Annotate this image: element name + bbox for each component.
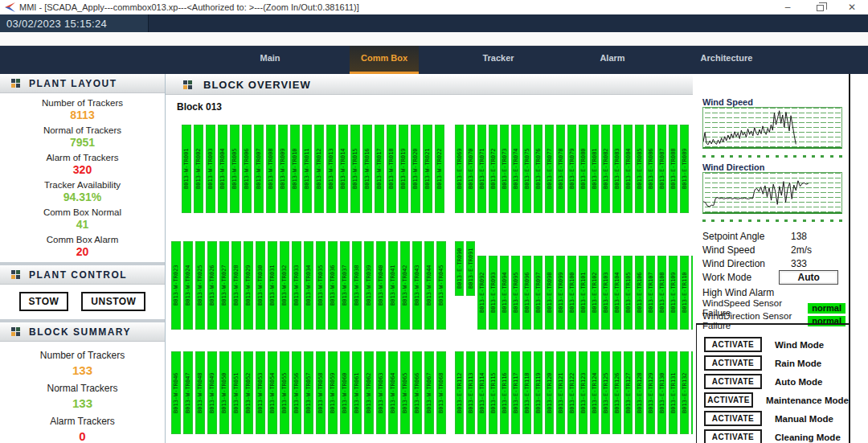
tracker-bar[interactable]: B013-E-TR103 [601,256,610,330]
tracker-bar[interactable]: B013-W-TR033 [292,241,301,330]
tracker-bar[interactable]: B013-W-TR001 [182,125,191,213]
tracker-bar[interactable]: B013-W-TR015 [350,125,360,213]
unstow-button[interactable]: UNSTOW [81,292,145,311]
tracker-bar[interactable]: B013-W-TR004 [218,125,227,213]
tracker-bar[interactable]: B013-W-TR056 [292,351,301,434]
tracker-bar[interactable]: B013-E-TR131 [669,351,678,434]
tracker-bar[interactable]: B013-W-TR006 [242,125,252,213]
tracker-bar[interactable]: B013-E-TR106 [635,256,644,330]
tracker-bar[interactable]: B013-E-TR117 [511,351,520,434]
tracker-bar[interactable]: B013-E-TR088 [669,125,678,213]
tab-tracker[interactable]: Tracker [471,46,525,74]
tracker-bar[interactable]: B013-E-TR071 [477,125,486,213]
tracker-bar[interactable]: B013-E-TR091 [466,241,475,296]
tracker-bar[interactable]: B013-W-TR035 [316,241,326,330]
tracker-bar[interactable]: B013-W-TR032 [280,241,289,330]
tracker-bar[interactable]: B013-E-TR123 [579,351,588,434]
tracker-bar[interactable]: B013-W-TR043 [412,241,422,330]
tracker-bar[interactable]: B013-E-TR112 [455,351,464,434]
tracker-bar[interactable]: B013-E-TR078 [556,125,565,213]
tracker-bar[interactable]: B013-E-TR082 [601,125,610,213]
tracker-bar[interactable]: B013-E-TR092 [477,256,486,330]
tracker-bar[interactable]: B013-W-TR030 [256,241,265,330]
tracker-bar[interactable]: B013-E-TR084 [624,125,633,213]
tracker-bar[interactable]: B013-E-TR099 [556,256,565,330]
tracker-bar[interactable]: B013-W-TR021 [423,125,432,213]
tracker-bar[interactable]: B013-W-TR045 [436,241,446,330]
tracker-bar[interactable]: B013-W-TR062 [364,351,374,434]
tracker-bar[interactable]: B013-E-TR104 [612,256,621,330]
tracker-bar[interactable]: B013-E-TR113 [466,351,475,434]
tracker-bar[interactable]: B013-E-TR109 [669,256,678,330]
tracker-bar[interactable]: B013-E-TR102 [590,256,599,330]
tab-architecture[interactable]: Architecture [690,46,764,74]
tracker-bar[interactable]: B013-E-TR116 [500,351,509,434]
tracker-bar[interactable]: B013-W-TR054 [268,351,277,434]
tracker-bar[interactable]: B013-W-TR053 [256,351,265,434]
activate-auto-mode-button[interactable]: ACTIVATE [704,374,762,389]
tracker-bar[interactable]: B013-E-TR126 [612,351,621,434]
tracker-bar[interactable]: B013-W-TR005 [230,125,240,213]
tracker-bar[interactable]: B013-E-TR114 [477,351,486,434]
tracker-bar[interactable]: B013-E-TR085 [635,125,644,213]
tracker-bar[interactable]: B013-W-TR047 [183,351,193,434]
tracker-bar[interactable]: B013-W-TR003 [206,125,215,213]
tracker-bar[interactable]: B013-E-TR105 [624,256,633,330]
tab-main[interactable]: Main [248,46,291,74]
tracker-bar[interactable]: B013-W-TR025 [195,241,205,330]
tracker-bar[interactable]: B013-E-TR072 [489,125,497,213]
tracker-bar[interactable]: B013-E-TR120 [545,351,554,434]
tracker-bar[interactable]: B013-W-TR063 [376,351,386,434]
tracker-bar[interactable]: B013-W-TR023 [171,241,181,330]
tracker-bar[interactable]: B013-W-TR020 [411,125,420,213]
tracker-bar[interactable]: B013-E-TR097 [534,256,542,330]
activate-maintenance-mode-button[interactable]: ACTIVATE [704,392,753,408]
activate-wind-mode-button[interactable]: ACTIVATE [704,337,762,352]
tracker-bar[interactable]: B013-W-TR009 [278,125,288,213]
tracker-bar[interactable]: B013-W-TR036 [328,241,338,330]
tracker-bar[interactable]: B013-W-TR049 [207,351,217,434]
tracker-bar[interactable]: B013-E-TR090 [455,241,464,296]
tracker-bar[interactable]: B013-E-TR076 [534,125,542,213]
tracker-bar[interactable]: B013-E-TR129 [646,351,655,434]
tracker-bar[interactable]: B013-W-TR014 [338,125,348,213]
tracker-bar[interactable]: B013-W-TR031 [268,241,277,330]
tracker-bar[interactable]: B013-E-TR118 [522,351,531,434]
tracker-bar[interactable]: B013-E-TR124 [590,351,599,434]
tracker-bar[interactable]: B013-W-TR059 [328,351,338,434]
tracker-bar[interactable]: B013-W-TR064 [388,351,398,434]
tracker-bar[interactable]: B013-W-TR012 [314,125,324,213]
activate-rain-mode-button[interactable]: ACTIVATE [704,355,762,371]
tracker-bar[interactable]: B013-W-TR067 [424,351,434,434]
minimize-button[interactable]: – [772,0,804,14]
close-button[interactable]: ✕ [836,0,868,14]
activate-manual-mode-button[interactable]: ACTIVATE [704,411,762,426]
tracker-bar[interactable]: B013-E-TR095 [511,256,520,330]
tracker-bar[interactable]: B013-W-TR041 [388,241,398,330]
tracker-bar[interactable]: B013-E-TR119 [534,351,542,434]
tab-comm-box[interactable]: Comm Box [350,46,419,74]
tracker-bar[interactable]: B013-E-TR107 [646,256,655,330]
tracker-bar[interactable]: B013-W-TR008 [266,125,276,213]
tracker-bar[interactable]: B013-E-TR073 [500,125,509,213]
tracker-bar[interactable]: B013-W-TR022 [435,125,444,213]
tracker-bar[interactable]: B013-E-TR086 [646,125,655,213]
tracker-bar[interactable]: B013-W-TR057 [304,351,313,434]
tracker-bar[interactable]: B013-E-TR130 [657,351,666,434]
tracker-bar[interactable]: B013-E-TR069 [455,125,464,213]
tracker-bar[interactable]: B013-W-TR027 [219,241,229,330]
stow-button[interactable]: STOW [19,292,69,311]
tracker-bar[interactable]: B013-E-TR089 [680,125,689,213]
tracker-bar[interactable]: B013-W-TR051 [231,351,241,434]
tracker-bar[interactable]: B013-E-TR100 [567,256,576,330]
tracker-bar[interactable]: B013-E-TR115 [489,351,497,434]
tracker-bar[interactable]: B013-W-TR050 [219,351,229,434]
tracker-bar[interactable]: B013-E-TR081 [590,125,599,213]
tracker-bar[interactable]: B013-E-TR080 [579,125,588,213]
tracker-bar[interactable]: B013-E-TR108 [657,256,666,330]
tracker-bar[interactable]: B013-W-TR007 [254,125,264,213]
work-mode-selector[interactable]: Auto [779,270,838,285]
tracker-bar[interactable]: B013-W-TR010 [290,125,300,213]
tracker-bar[interactable]: B013-W-TR018 [387,125,396,213]
tab-alarm[interactable]: Alarm [588,46,636,74]
